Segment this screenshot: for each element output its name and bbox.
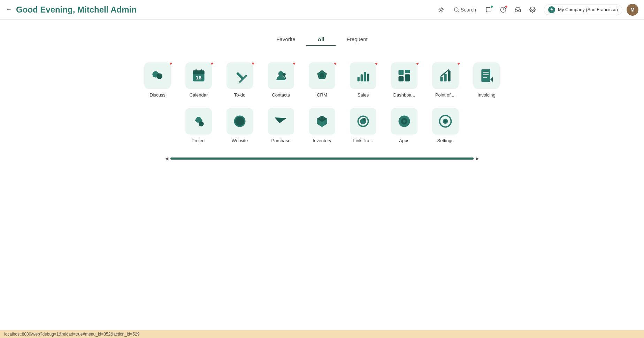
inventory-icon-wrapper xyxy=(309,108,335,135)
scroll-left-arrow[interactable]: ◀ xyxy=(165,156,168,161)
search-icon xyxy=(454,7,459,13)
dashboard-favorite: ♥ xyxy=(416,61,419,66)
svg-rect-22 xyxy=(405,70,410,73)
status-bar: localhost:8080/web?debug=1&reload=true#m… xyxy=(0,330,644,338)
app-apps[interactable]: Apps xyxy=(385,102,423,148)
discuss-app-icon xyxy=(150,68,165,83)
project-icon-wrapper xyxy=(185,108,212,135)
purchase-app-icon xyxy=(273,114,289,129)
calendar-favorite: ♥ xyxy=(210,61,213,66)
app-inventory[interactable]: Inventory xyxy=(303,102,341,148)
back-button[interactable]: ← xyxy=(6,6,12,13)
svg-rect-25 xyxy=(440,77,443,82)
search-button[interactable]: Search xyxy=(450,6,480,14)
sales-label: Sales xyxy=(358,92,369,98)
company-button[interactable]: My Company (San Francisco) xyxy=(544,5,622,15)
discuss-label: Discuss xyxy=(150,92,166,98)
app-link-tracker[interactable]: Link Tra... xyxy=(344,102,382,148)
svg-point-39 xyxy=(363,118,366,121)
page-title: Good Evening, Mitchell Admin xyxy=(16,5,435,15)
todo-icon-wrapper: ♥ xyxy=(227,62,253,89)
app-sales[interactable]: ♥ Sales xyxy=(344,57,382,102)
invoicing-label: Invoicing xyxy=(477,92,495,98)
svg-rect-21 xyxy=(399,70,404,75)
pos-label: Point of ... xyxy=(435,92,456,98)
activity-icon-button[interactable] xyxy=(497,3,509,16)
svg-text:16: 16 xyxy=(196,75,201,80)
contacts-favorite: ♥ xyxy=(293,61,296,66)
scrollbar: ◀ ▶ xyxy=(165,156,479,161)
crm-favorite: ♥ xyxy=(334,61,337,66)
settings-app-icon xyxy=(438,114,453,129)
contacts-icon-wrapper: ♥ xyxy=(268,62,294,89)
svg-rect-30 xyxy=(483,74,489,75)
app-point-of-sale[interactable]: ♥ Point of ... xyxy=(426,57,465,102)
app-website[interactable]: Website xyxy=(221,102,259,148)
company-icon xyxy=(548,6,555,13)
debug-icon-button[interactable] xyxy=(435,3,447,16)
main-content: Favorite All Frequent ♥ Discuss ♥ xyxy=(0,20,644,175)
inbox-icon xyxy=(515,7,521,13)
svg-rect-31 xyxy=(483,77,487,78)
apps-row-2: Project Website Purchase xyxy=(179,102,465,148)
svg-point-14 xyxy=(283,73,286,76)
inbox-icon-button[interactable] xyxy=(512,3,524,16)
svg-rect-12 xyxy=(236,72,244,80)
tab-frequent[interactable]: Frequent xyxy=(336,33,379,46)
app-calendar[interactable]: ♥ 16 Calendar xyxy=(179,57,218,102)
app-invoicing[interactable]: Invoicing xyxy=(467,57,506,102)
discuss-badge xyxy=(490,5,493,8)
tab-all[interactable]: All xyxy=(306,33,335,46)
discuss-icon-wrapper: ♥ xyxy=(144,62,171,89)
pos-icon-wrapper: ♥ xyxy=(432,62,459,89)
apps-icon-wrapper xyxy=(391,108,417,135)
project-label: Project xyxy=(192,138,206,144)
settings-icon-button[interactable] xyxy=(526,3,539,16)
scroll-right-arrow[interactable]: ▶ xyxy=(476,156,479,161)
pos-app-icon xyxy=(438,68,453,83)
avatar[interactable]: M xyxy=(627,4,638,16)
app-discuss[interactable]: ♥ Discuss xyxy=(138,57,177,102)
crm-icon-wrapper: ♥ xyxy=(309,62,335,89)
app-dashboard[interactable]: ♥ Dashboa... xyxy=(385,57,423,102)
link-tracker-icon-wrapper xyxy=(350,108,376,135)
status-url: localhost:8080/web?debug=1&reload=true#m… xyxy=(4,332,139,337)
sales-icon-wrapper: ♥ xyxy=(350,62,376,89)
svg-point-45 xyxy=(444,120,446,122)
svg-rect-19 xyxy=(364,72,366,82)
header-actions: Search My Company (San Francisco) xyxy=(435,3,638,16)
link-tracker-label: Link Tra... xyxy=(353,138,373,144)
todo-app-icon xyxy=(232,68,247,83)
svg-rect-7 xyxy=(193,70,205,74)
svg-point-0 xyxy=(440,9,442,11)
app-purchase[interactable]: Purchase xyxy=(262,102,300,148)
crm-label: CRM xyxy=(317,92,327,98)
settings-label: Settings xyxy=(437,138,454,144)
discuss-icon-button[interactable] xyxy=(482,3,495,16)
search-label: Search xyxy=(461,7,476,13)
greeting-prefix: Good Evening, xyxy=(16,5,77,14)
calendar-app-icon: 16 xyxy=(191,68,206,83)
contacts-label: Contacts xyxy=(272,92,290,98)
tab-favorite[interactable]: Favorite xyxy=(265,33,306,46)
app-contacts[interactable]: ♥ Contacts xyxy=(262,57,300,102)
crm-app-icon xyxy=(314,68,330,83)
link-tracker-app-icon xyxy=(355,114,371,129)
app-settings[interactable]: Settings xyxy=(426,102,465,148)
sales-app-icon xyxy=(355,68,371,83)
dashboard-app-icon xyxy=(397,68,412,83)
bug-icon xyxy=(438,7,444,13)
svg-rect-28 xyxy=(481,69,490,82)
inventory-app-icon xyxy=(314,114,330,129)
greeting-name: Mitchell Admin xyxy=(77,5,137,14)
scrollbar-track[interactable] xyxy=(170,158,474,160)
app-todo[interactable]: ♥ To-do xyxy=(221,57,259,102)
invoicing-app-icon xyxy=(479,68,494,83)
purchase-label: Purchase xyxy=(271,138,291,144)
app-project[interactable]: Project xyxy=(179,102,218,148)
website-icon-wrapper xyxy=(227,108,253,135)
gear-icon xyxy=(529,7,536,13)
app-crm[interactable]: ♥ CRM xyxy=(303,57,341,102)
svg-point-42 xyxy=(403,120,405,122)
settings-app-icon-wrapper xyxy=(432,108,459,135)
